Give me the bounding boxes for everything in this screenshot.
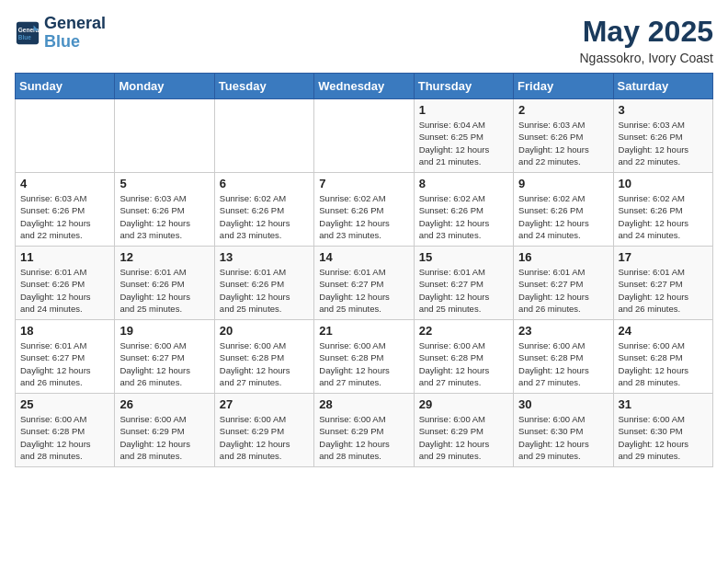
day-cell <box>314 99 414 173</box>
day-info: Sunrise: 6:00 AM Sunset: 6:29 PM Dayligh… <box>319 413 408 462</box>
day-cell: 23Sunrise: 6:00 AM Sunset: 6:28 PM Dayli… <box>514 320 613 394</box>
day-cell: 8Sunrise: 6:02 AM Sunset: 6:26 PM Daylig… <box>414 173 513 247</box>
day-info: Sunrise: 6:02 AM Sunset: 6:26 PM Dayligh… <box>319 192 408 241</box>
day-number: 17 <box>619 250 708 264</box>
day-info: Sunrise: 6:00 AM Sunset: 6:28 PM Dayligh… <box>319 339 408 388</box>
day-cell: 1Sunrise: 6:04 AM Sunset: 6:25 PM Daylig… <box>414 99 513 173</box>
calendar-subtitle: Ngassokro, Ivory Coast <box>580 51 714 65</box>
day-cell: 9Sunrise: 6:02 AM Sunset: 6:26 PM Daylig… <box>514 173 613 247</box>
weekday-header-row: SundayMondayTuesdayWednesdayThursdayFrid… <box>16 74 713 99</box>
day-number: 18 <box>20 324 109 338</box>
week-row-2: 4Sunrise: 6:03 AM Sunset: 6:26 PM Daylig… <box>16 173 713 247</box>
week-row-3: 11Sunrise: 6:01 AM Sunset: 6:26 PM Dayli… <box>16 247 713 320</box>
day-cell <box>214 99 313 173</box>
day-info: Sunrise: 6:00 AM Sunset: 6:28 PM Dayligh… <box>518 339 608 388</box>
day-info: Sunrise: 6:00 AM Sunset: 6:28 PM Dayligh… <box>220 339 309 388</box>
day-number: 14 <box>319 250 408 264</box>
day-cell: 20Sunrise: 6:00 AM Sunset: 6:28 PM Dayli… <box>214 320 313 394</box>
day-number: 22 <box>419 324 508 338</box>
day-number: 24 <box>619 324 708 338</box>
day-info: Sunrise: 6:01 AM Sunset: 6:26 PM Dayligh… <box>119 266 209 315</box>
day-cell: 24Sunrise: 6:00 AM Sunset: 6:28 PM Dayli… <box>613 320 712 394</box>
day-number: 2 <box>518 103 608 117</box>
day-info: Sunrise: 6:00 AM Sunset: 6:28 PM Dayligh… <box>20 413 109 462</box>
day-number: 5 <box>119 177 209 190</box>
day-number: 10 <box>619 177 708 190</box>
day-number: 1 <box>419 103 508 117</box>
svg-text:Blue: Blue <box>18 34 31 40</box>
week-row-1: 1Sunrise: 6:04 AM Sunset: 6:25 PM Daylig… <box>16 99 713 173</box>
day-info: Sunrise: 6:01 AM Sunset: 6:27 PM Dayligh… <box>419 266 508 315</box>
day-info: Sunrise: 6:00 AM Sunset: 6:30 PM Dayligh… <box>619 413 708 462</box>
day-number: 15 <box>419 250 508 264</box>
logo-icon: General Blue <box>15 20 40 46</box>
day-number: 29 <box>419 397 508 411</box>
day-cell: 16Sunrise: 6:01 AM Sunset: 6:27 PM Dayli… <box>514 247 613 320</box>
day-cell: 7Sunrise: 6:02 AM Sunset: 6:26 PM Daylig… <box>314 173 414 247</box>
day-number: 12 <box>119 250 209 264</box>
day-info: Sunrise: 6:00 AM Sunset: 6:29 PM Dayligh… <box>220 413 309 462</box>
day-info: Sunrise: 6:01 AM Sunset: 6:27 PM Dayligh… <box>20 339 109 388</box>
day-number: 25 <box>20 397 109 411</box>
day-cell: 12Sunrise: 6:01 AM Sunset: 6:26 PM Dayli… <box>115 247 214 320</box>
day-info: Sunrise: 6:01 AM Sunset: 6:26 PM Dayligh… <box>220 266 309 315</box>
day-number: 30 <box>518 397 608 411</box>
day-info: Sunrise: 6:01 AM Sunset: 6:26 PM Dayligh… <box>20 266 109 315</box>
day-info: Sunrise: 6:03 AM Sunset: 6:26 PM Dayligh… <box>20 192 109 241</box>
weekday-header-thursday: Thursday <box>414 74 513 99</box>
day-info: Sunrise: 6:04 AM Sunset: 6:25 PM Dayligh… <box>419 119 508 167</box>
day-number: 7 <box>319 177 408 190</box>
day-cell: 28Sunrise: 6:00 AM Sunset: 6:29 PM Dayli… <box>314 394 414 467</box>
day-info: Sunrise: 6:02 AM Sunset: 6:26 PM Dayligh… <box>419 192 508 241</box>
day-cell: 11Sunrise: 6:01 AM Sunset: 6:26 PM Dayli… <box>16 247 115 320</box>
day-cell: 31Sunrise: 6:00 AM Sunset: 6:30 PM Dayli… <box>613 394 712 467</box>
day-number: 28 <box>319 397 408 411</box>
day-info: Sunrise: 6:02 AM Sunset: 6:26 PM Dayligh… <box>220 192 309 241</box>
day-cell: 2Sunrise: 6:03 AM Sunset: 6:26 PM Daylig… <box>514 99 613 173</box>
week-row-4: 18Sunrise: 6:01 AM Sunset: 6:27 PM Dayli… <box>16 320 713 394</box>
day-info: Sunrise: 6:00 AM Sunset: 6:28 PM Dayligh… <box>619 339 708 388</box>
day-number: 20 <box>220 324 309 338</box>
day-info: Sunrise: 6:00 AM Sunset: 6:29 PM Dayligh… <box>419 413 508 462</box>
day-info: Sunrise: 6:01 AM Sunset: 6:27 PM Dayligh… <box>619 266 708 315</box>
day-cell: 27Sunrise: 6:00 AM Sunset: 6:29 PM Dayli… <box>214 394 313 467</box>
day-info: Sunrise: 6:03 AM Sunset: 6:26 PM Dayligh… <box>619 119 708 167</box>
day-info: Sunrise: 6:02 AM Sunset: 6:26 PM Dayligh… <box>619 192 708 241</box>
day-info: Sunrise: 6:03 AM Sunset: 6:26 PM Dayligh… <box>518 119 608 167</box>
day-info: Sunrise: 6:02 AM Sunset: 6:26 PM Dayligh… <box>518 192 608 241</box>
logo: General Blue General Blue <box>15 15 106 52</box>
day-cell: 6Sunrise: 6:02 AM Sunset: 6:26 PM Daylig… <box>214 173 313 247</box>
day-cell: 3Sunrise: 6:03 AM Sunset: 6:26 PM Daylig… <box>613 99 712 173</box>
day-info: Sunrise: 6:03 AM Sunset: 6:26 PM Dayligh… <box>119 192 209 241</box>
day-number: 21 <box>319 324 408 338</box>
day-info: Sunrise: 6:01 AM Sunset: 6:27 PM Dayligh… <box>319 266 408 315</box>
day-cell: 19Sunrise: 6:00 AM Sunset: 6:27 PM Dayli… <box>115 320 214 394</box>
day-info: Sunrise: 6:00 AM Sunset: 6:27 PM Dayligh… <box>119 339 209 388</box>
day-number: 13 <box>220 250 309 264</box>
day-cell: 26Sunrise: 6:00 AM Sunset: 6:29 PM Dayli… <box>115 394 214 467</box>
weekday-header-sunday: Sunday <box>16 74 115 99</box>
day-number: 26 <box>119 397 209 411</box>
day-number: 3 <box>619 103 708 117</box>
day-cell <box>115 99 214 173</box>
day-info: Sunrise: 6:00 AM Sunset: 6:29 PM Dayligh… <box>119 413 209 462</box>
day-cell: 29Sunrise: 6:00 AM Sunset: 6:29 PM Dayli… <box>414 394 513 467</box>
day-number: 27 <box>220 397 309 411</box>
page-header: General Blue General Blue May 2025 Ngass… <box>15 15 713 65</box>
calendar-title: May 2025 <box>580 15 714 49</box>
day-cell: 30Sunrise: 6:00 AM Sunset: 6:30 PM Dayli… <box>514 394 613 467</box>
weekday-header-monday: Monday <box>115 74 214 99</box>
calendar-table: SundayMondayTuesdayWednesdayThursdayFrid… <box>15 73 713 467</box>
day-number: 16 <box>518 250 608 264</box>
day-info: Sunrise: 6:00 AM Sunset: 6:28 PM Dayligh… <box>419 339 508 388</box>
day-cell: 14Sunrise: 6:01 AM Sunset: 6:27 PM Dayli… <box>314 247 414 320</box>
day-info: Sunrise: 6:01 AM Sunset: 6:27 PM Dayligh… <box>518 266 608 315</box>
day-number: 6 <box>220 177 309 190</box>
day-cell: 18Sunrise: 6:01 AM Sunset: 6:27 PM Dayli… <box>16 320 115 394</box>
day-cell: 10Sunrise: 6:02 AM Sunset: 6:26 PM Dayli… <box>613 173 712 247</box>
day-cell: 17Sunrise: 6:01 AM Sunset: 6:27 PM Dayli… <box>613 247 712 320</box>
day-number: 9 <box>518 177 608 190</box>
day-cell: 5Sunrise: 6:03 AM Sunset: 6:26 PM Daylig… <box>115 173 214 247</box>
logo-text: General Blue <box>44 15 106 52</box>
day-number: 31 <box>619 397 708 411</box>
